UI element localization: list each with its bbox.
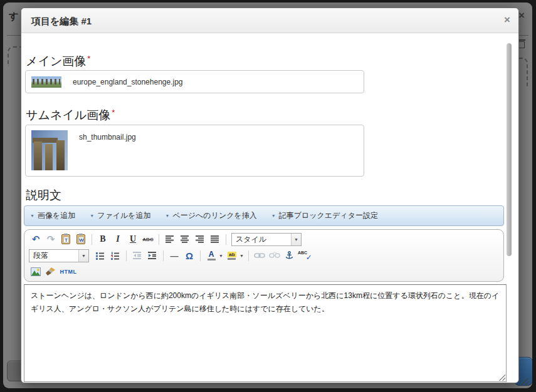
style-select[interactable]: スタイル ▼ <box>231 233 302 246</box>
align-justify-button[interactable] <box>208 233 222 245</box>
bullet-list-button[interactable] <box>93 249 107 262</box>
indent-button[interactable] <box>145 249 159 262</box>
paste-word-icon: W <box>76 234 85 244</box>
close-icon[interactable]: × <box>504 14 510 25</box>
redo-button[interactable]: ↷ <box>44 233 58 245</box>
triangle-down-icon: ▼ <box>166 214 170 218</box>
thumbnail-image-field[interactable]: sh_thumbnail.jpg <box>25 125 364 177</box>
align-right-button[interactable] <box>193 233 207 245</box>
main-image-filename: europe_england_stonehenge.jpg <box>73 78 183 86</box>
redo-icon: ↷ <box>47 234 55 245</box>
separator <box>163 250 164 261</box>
numbered-list-button[interactable] <box>108 249 122 262</box>
bold-icon: B <box>100 234 105 244</box>
html-source-button[interactable]: HTML <box>59 266 78 278</box>
richtext-toolbar: ↶ ↷ T W B I U ABC <box>24 229 504 282</box>
undo-button[interactable]: ↶ <box>29 233 43 245</box>
separator <box>159 234 159 245</box>
align-right-icon <box>196 235 204 243</box>
format-select-value: 段落 <box>29 250 78 261</box>
insert-image-icon <box>31 267 41 276</box>
align-center-button[interactable] <box>178 233 192 245</box>
special-char-button[interactable]: Ω <box>182 249 196 262</box>
block-toolbar: ▼ 画像を追加 ▼ ファイルを追加 ▼ ページへのリンクを挿入 ▼ 記事ブロック… <box>24 205 504 226</box>
separator <box>92 234 92 245</box>
numbered-list-icon <box>111 252 120 260</box>
strikethrough-button[interactable]: ABC <box>141 233 155 245</box>
triangle-down-icon: ▼ <box>271 214 276 218</box>
chevron-down-icon: ▼ <box>291 234 301 245</box>
undo-icon: ↶ <box>32 234 40 245</box>
description-textarea[interactable]: ストーンヘンジは、ロンドンから西に約200kmのイギリス南部・ソールズベリーから… <box>24 284 507 382</box>
screen: す × 項目を編集 #1 × メイン画像* europe_england_sto… <box>0 0 536 392</box>
format-select[interactable]: 段落 ▼ <box>29 249 89 262</box>
separator <box>226 234 226 245</box>
underline-icon: U <box>130 234 136 244</box>
triangle-down-icon: ▼ <box>30 214 34 218</box>
dialog-title: 項目を編集 #1 <box>31 16 92 28</box>
dialog-header: 項目を編集 #1 × <box>21 8 518 33</box>
paste-as-text-button[interactable]: T <box>59 233 73 245</box>
insert-image-button[interactable] <box>29 266 43 278</box>
link-icon <box>254 252 265 259</box>
paste-text-icon: T <box>61 234 70 244</box>
main-image-thumbnail <box>31 76 61 88</box>
required-asterisk: * <box>87 54 90 63</box>
align-left-button[interactable] <box>163 233 177 245</box>
chevron-down-icon[interactable]: ▼ <box>239 254 244 258</box>
italic-button[interactable]: I <box>111 233 125 245</box>
highlight-color-button[interactable]: ab <box>225 249 239 262</box>
insert-page-link-menu[interactable]: ▼ ページへのリンクを挿入 <box>166 210 257 221</box>
chevron-down-icon[interactable]: ▼ <box>219 254 223 258</box>
italic-icon: I <box>116 234 119 244</box>
bold-button[interactable]: B <box>96 233 110 245</box>
outdent-button[interactable] <box>130 249 144 262</box>
toolbar-row-2: 段落 ▼ — Ω <box>28 247 500 264</box>
main-image-label: メイン画像* <box>26 53 90 70</box>
text-color-icon: A <box>209 251 214 258</box>
paste-from-word-button[interactable]: W <box>74 233 88 245</box>
add-file-menu[interactable]: ▼ ファイルを追加 <box>90 210 150 221</box>
omega-icon: Ω <box>186 250 193 261</box>
separator <box>126 250 127 261</box>
outdent-icon <box>133 252 142 259</box>
triangle-down-icon: ▼ <box>90 214 94 218</box>
background-close-icon[interactable]: × <box>518 10 525 21</box>
link-button[interactable] <box>253 249 266 262</box>
spellcheck-button[interactable]: ABC ✓ <box>298 250 312 260</box>
align-left-icon <box>166 235 174 243</box>
main-image-field[interactable]: europe_england_stonehenge.jpg <box>25 70 364 93</box>
bullet-list-icon <box>96 252 105 260</box>
anchor-button[interactable] <box>283 249 297 262</box>
toolbar-row-3: HTML <box>28 264 500 280</box>
separator <box>248 250 249 261</box>
horizontal-rule-icon: — <box>171 251 179 260</box>
align-center-icon <box>181 235 189 243</box>
indent-icon <box>148 252 157 259</box>
required-asterisk: * <box>112 108 115 117</box>
horizontal-rule-button[interactable]: — <box>167 249 181 262</box>
thumbnail-image-filename: sh_thumbnail.jpg <box>79 133 136 142</box>
cleanup-button[interactable] <box>44 266 58 278</box>
anchor-icon <box>285 251 293 260</box>
unlink-icon <box>269 252 280 259</box>
thumbnail-image-thumbnail <box>31 130 68 170</box>
description-label: 説明文 <box>26 187 61 204</box>
chevron-down-icon: ▼ <box>78 250 88 262</box>
block-editor-settings-menu[interactable]: ▼ 記事ブロックエディター設定 <box>271 210 378 221</box>
add-image-menu[interactable]: ▼ 画像を追加 <box>30 210 75 221</box>
highlight-icon: ab <box>228 252 236 257</box>
html-source-label: HTML <box>60 269 77 275</box>
background-dialog-title: す <box>9 11 18 23</box>
cleanup-brush-icon <box>46 267 56 276</box>
underline-button[interactable]: U <box>126 233 140 245</box>
align-justify-icon <box>211 235 219 243</box>
dialog-scrollbar-thumb[interactable] <box>507 43 512 256</box>
toolbar-row-1: ↶ ↷ T W B I U ABC <box>28 231 500 247</box>
thumbnail-image-label: サムネイル画像* <box>26 107 115 123</box>
unlink-button[interactable] <box>268 249 281 262</box>
separator <box>200 250 201 261</box>
style-select-value: スタイル <box>232 234 291 245</box>
edit-item-dialog: 項目を編集 #1 × メイン画像* europe_england_stonehe… <box>21 8 519 383</box>
text-color-button[interactable]: A <box>204 249 218 262</box>
